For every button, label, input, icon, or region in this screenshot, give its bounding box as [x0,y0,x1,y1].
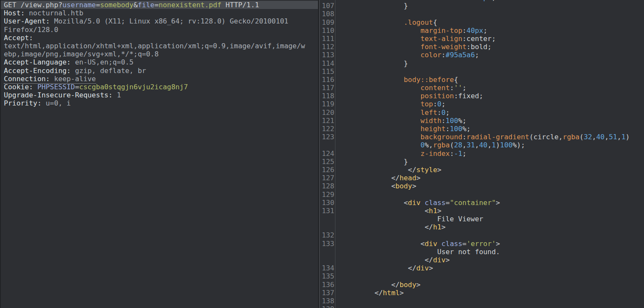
code-text: content:''; [336,84,466,92]
token-attr: class [425,199,446,207]
response-code-line: 139 [319,305,644,308]
response-code-line: 125 } [319,158,644,166]
line-number: 121 [319,117,336,125]
code-text: width:100%; [336,117,466,125]
line-number: 108 [319,10,336,18]
token-plain: > [412,182,417,190]
response-code-line: 119 top:0; [319,100,644,108]
line-number: 111 [319,35,336,43]
request-header-line: Accept-Encoding: gzip, deflate, br [1,67,318,75]
token-plain: ) [626,133,630,141]
code-text: color:#95a5a6; [336,51,479,59]
http-response-editor[interactable]: 106 border-radius:8px;107 }108109 .logou… [318,0,644,308]
token-prop: background [420,133,462,141]
http-proxy-message-viewer: GET /view.php?username=somebody&file=non… [0,0,644,308]
response-wrapped-line: File Viewer [319,215,644,223]
code-text: body::before{ [336,76,458,84]
token-plain: : [433,100,437,108]
request-header-line: User-Agent: Mozilla/5.0 (X11; Linux x86_… [1,17,318,25]
line-number: 116 [319,76,336,84]
token-plain: :bold; [466,43,492,51]
token-hvalue: nocturnal.htb [25,9,83,17]
token-tag: body [399,281,416,289]
token-hvalue: 1 [113,91,121,99]
code-text: File Viewer [336,215,483,223]
line-number: 120 [319,109,336,117]
line-number: 122 [319,125,336,133]
token-plain: </ [408,264,417,272]
line-number: 136 [319,281,336,289]
token-plain: User not found. [437,248,500,256]
response-code-line: 113 color:#95a5a6; [319,51,644,59]
code-text: text-align:center; [336,35,496,43]
token-hvalue: ebp,image/png,image/svg+xml,*/*;q=0.8 [4,50,159,58]
token-plain: </ [374,289,383,297]
token-plain: > [437,207,441,215]
token-plain: { [454,76,458,84]
line-number: 134 [319,264,336,272]
token-hname: Cookie: [4,83,33,91]
token-tag: h1 [429,207,437,215]
token-plain: < [425,207,429,215]
dotted-underline-annotation: Connection: keep-alive [4,75,96,84]
response-wrapped-line: </div> [319,256,644,264]
token-prop: height [420,125,446,133]
response-wrapped-line: User not found. [319,248,644,256]
code-text: </style> [336,166,441,174]
token-plain [437,240,441,248]
token-plain: : [441,117,446,125]
code-text: <body> [336,182,416,190]
token-hvalue: u=0, i [41,99,71,107]
token-plain: File Viewer [437,215,483,223]
token-plain: ; [475,51,479,59]
response-code-line: 132 [319,231,644,239]
code-text: height:100%; [336,125,471,133]
token-plain: , [592,133,596,141]
token-plain: = [446,199,450,207]
line-number: 118 [319,92,336,100]
response-wrapped-line: 0%,rgba(28,31,40,1)100%); [319,141,644,149]
line-number: 139 [319,305,336,308]
token-str: "container" [450,199,496,207]
token-tag: div [433,256,446,264]
code-text: </div> [336,256,450,264]
token-num: 31 [466,141,475,149]
token-prop: border-radius [420,0,475,2]
line-number: 124 [319,150,336,158]
code-text: .logout{ [336,18,437,26]
line-number: 123 [319,133,336,141]
token-pname: file [138,1,154,9]
token-prop: left [420,109,437,117]
token-tag: h1 [433,223,442,231]
token-plain: , [617,133,621,141]
token-num: 1 [492,141,496,149]
token-plain: , [487,141,492,149]
token-num: 0 [437,100,441,108]
token-plain: : [446,125,450,133]
response-code-line: 115 [319,67,644,76]
line-number: 135 [319,272,336,280]
response-code-line: 110 margin-top:40px; [319,26,644,35]
token-prop: font-weight [420,43,466,51]
http-request-editor[interactable]: GET /view.php?username=somebody&file=non… [0,0,318,308]
token-num: 100 [446,117,458,125]
token-plain: > [437,166,441,174]
request-header-line: Connection: keep-alive [1,75,318,83]
token-prop: z-index [420,150,450,158]
code-text: top:0; [336,100,446,108]
token-prop: content [420,84,450,92]
token-plain: , [462,141,466,149]
token-plain: %); [513,141,525,149]
token-plain: { [433,18,437,26]
token-hvalue: en-US,en;q=0.5 [71,58,134,66]
line-number: 133 [319,240,336,248]
line-number: 119 [319,100,336,108]
token-plain: : [462,26,466,35]
line-number: 109 [319,18,336,26]
line-number: 110 [319,26,336,35]
line-number: 129 [319,191,336,199]
token-hname: Upgrade-Insecure-Requests: [4,91,113,99]
token-prop: body::before [404,76,454,84]
token-hvalue: gzip, deflate, br [71,67,146,75]
token-tag: style [416,166,437,174]
